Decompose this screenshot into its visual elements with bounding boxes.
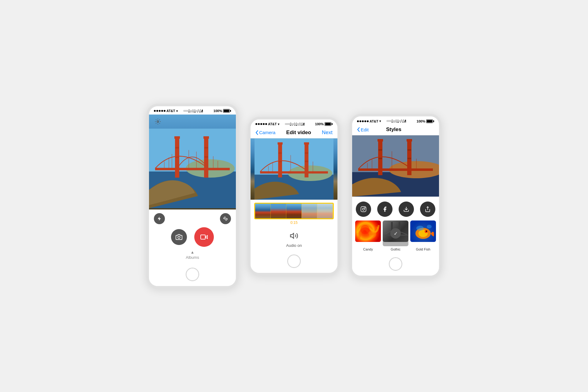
- share-row: [352, 197, 439, 221]
- svg-rect-23: [201, 235, 205, 239]
- gothic-label: Gothic: [391, 247, 400, 251]
- signal-dot: [156, 110, 158, 112]
- audio-icon[interactable]: [290, 232, 298, 242]
- signal-dot: [260, 123, 262, 125]
- signal-dot: [362, 120, 364, 122]
- styles-grid: Candy ✓ Got: [352, 221, 439, 254]
- battery-icon: [223, 109, 231, 113]
- nav-bar: Edit Styles: [352, 125, 439, 135]
- status-left: AT&T ▾: [154, 109, 178, 113]
- status-time: 9:41 AM: [188, 109, 203, 113]
- signal-dot: [265, 123, 267, 125]
- svg-rect-12: [155, 168, 230, 170]
- signal-dot: [154, 110, 156, 112]
- svg-point-64: [369, 231, 376, 238]
- camera-view: [149, 115, 236, 209]
- instagram-button[interactable]: [356, 202, 371, 217]
- audio-control: Audio on: [251, 228, 337, 251]
- side-btn-mid: [238, 143, 238, 152]
- status-bar: AT&T ▾ 9:41 AM 100%: [149, 106, 236, 115]
- battery-body: [223, 109, 230, 113]
- battery-icon: [426, 119, 434, 123]
- svg-point-60: [365, 208, 365, 208]
- nav-bar: Camera Edit video Next: [251, 128, 337, 138]
- style-goldfish[interactable]: Gold Fish: [410, 221, 436, 251]
- signal-dots: [255, 123, 267, 125]
- side-btn-power: [441, 141, 441, 150]
- carrier-label: AT&T: [166, 109, 175, 113]
- svg-point-20: [225, 218, 226, 219]
- video-preview: [251, 138, 337, 200]
- candy-label: Candy: [363, 247, 373, 251]
- back-button[interactable]: Edit: [357, 127, 369, 132]
- home-button[interactable]: [389, 257, 402, 271]
- timeline-thumb: [302, 204, 317, 218]
- settings-button[interactable]: [153, 117, 162, 126]
- svg-rect-57: [352, 135, 439, 197]
- phone-camera: AT&T ▾ 9:41 AM 100%: [147, 104, 238, 288]
- side-btn-mute: [350, 133, 350, 139]
- battery-tip: [433, 120, 434, 122]
- battery-fill: [224, 110, 229, 112]
- video-button[interactable]: [194, 227, 214, 247]
- back-button[interactable]: Camera: [255, 130, 275, 135]
- status-left: AT&T ▾: [357, 119, 381, 123]
- gothic-thumb: ✓: [383, 221, 408, 246]
- svg-marker-22: [205, 236, 207, 239]
- camera-top-bar: [149, 115, 236, 129]
- svg-rect-30: [304, 142, 309, 144]
- battery-fill: [427, 120, 432, 123]
- signal-dot: [164, 110, 166, 112]
- photo-button[interactable]: [171, 229, 187, 245]
- battery-icon: [325, 122, 333, 126]
- phone-styles: AT&T ▾ 9:41 AM 100% Edit Styles: [350, 114, 441, 278]
- svg-point-0: [157, 121, 159, 123]
- share-button[interactable]: [420, 202, 435, 217]
- home-button[interactable]: [287, 254, 301, 268]
- back-label: Camera: [259, 130, 275, 135]
- nav-title: Edit video: [286, 130, 311, 136]
- side-btn-vol2: [147, 141, 147, 149]
- timeline-strip[interactable]: [254, 203, 334, 219]
- home-button[interactable]: [186, 268, 199, 281]
- flash-button[interactable]: [154, 213, 165, 224]
- next-button[interactable]: Next: [322, 130, 333, 136]
- svg-rect-35: [260, 171, 328, 173]
- status-right: 100%: [417, 119, 434, 123]
- signal-dot: [364, 120, 366, 122]
- side-btn-vol2: [248, 155, 249, 162]
- timeline-area: 0:15: [251, 200, 337, 228]
- candy-thumb: [355, 221, 381, 246]
- flip-camera-button[interactable]: [220, 213, 231, 224]
- facebook-button[interactable]: [377, 202, 393, 217]
- svg-rect-7: [203, 136, 209, 139]
- battery-tip: [332, 123, 333, 125]
- battery-label: 100%: [315, 122, 324, 126]
- battery-tip: [230, 110, 231, 112]
- side-btn-vol2: [350, 152, 350, 159]
- side-btn-power: [238, 131, 238, 140]
- svg-rect-34: [305, 160, 308, 162]
- style-candy[interactable]: Candy: [355, 221, 381, 251]
- style-gothic[interactable]: ✓ Gothic: [383, 221, 408, 251]
- svg-rect-11: [204, 156, 208, 158]
- edit-video-content: 0:15 Audio on: [251, 138, 337, 251]
- status-time: 9:41 AM: [391, 119, 406, 123]
- side-btn-vol1: [248, 144, 249, 152]
- svg-rect-29: [277, 142, 282, 144]
- home-button-area: [149, 265, 236, 286]
- timeline-thumb: [255, 204, 271, 218]
- svg-point-21: [178, 236, 180, 238]
- camera-bottom: ▲ Albums: [149, 209, 236, 265]
- camera-screen: ▲ Albums: [149, 115, 236, 265]
- battery-body: [426, 119, 433, 123]
- signal-dot: [359, 120, 361, 122]
- phone-edit-video: AT&T ▾ 9:41 AM 100% Camera Edit video Ne…: [248, 117, 340, 275]
- download-button[interactable]: [399, 202, 414, 217]
- styles-content: Candy ✓ Got: [352, 135, 439, 254]
- svg-rect-58: [361, 207, 366, 212]
- svg-point-73: [427, 225, 432, 228]
- status-right: 100%: [214, 109, 231, 113]
- status-bar: AT&T ▾ 9:41 AM 100%: [352, 116, 439, 125]
- albums-label[interactable]: ▲ Albums: [186, 250, 199, 260]
